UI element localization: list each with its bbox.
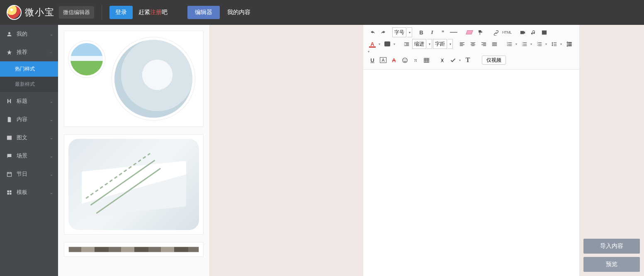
logo[interactable]: 微小宝 bbox=[7, 5, 55, 20]
logo-text: 微小宝 bbox=[25, 6, 55, 19]
register-prefix: 赶紧 bbox=[139, 9, 150, 15]
product-badge: 微信编辑器 bbox=[59, 6, 94, 19]
nav-editor[interactable]: 编辑器 bbox=[187, 6, 220, 19]
header-nav: 编辑器 我的内容 bbox=[187, 6, 258, 19]
header-divider bbox=[102, 5, 102, 20]
logo-icon bbox=[7, 5, 22, 20]
register-link[interactable]: 注册 bbox=[150, 9, 162, 15]
nav-my-content[interactable]: 我的内容 bbox=[220, 6, 258, 19]
app-header: 微小宝 微信编辑器 登录 赶紧注册吧 编辑器 我的内容 bbox=[0, 0, 644, 25]
register-suffix: 吧 bbox=[162, 9, 168, 15]
login-button[interactable]: 登录 bbox=[109, 6, 133, 19]
register-prompt: 赶紧注册吧 bbox=[139, 9, 168, 16]
